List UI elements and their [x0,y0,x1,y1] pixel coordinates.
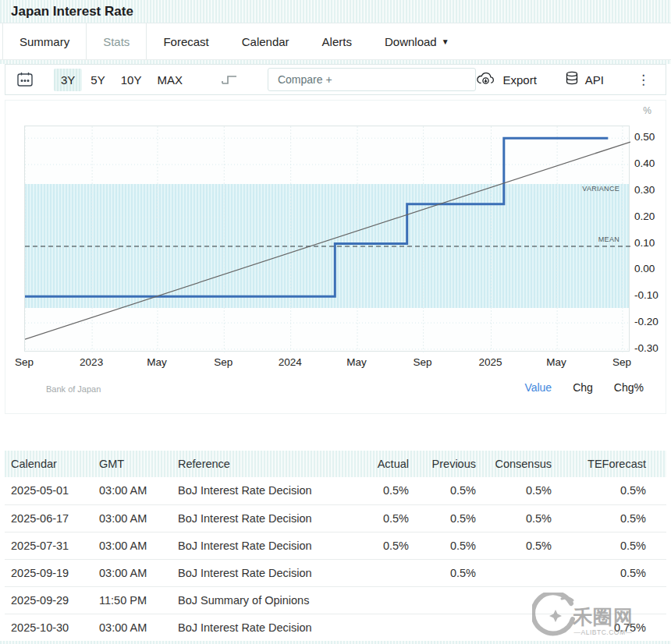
chart-source-label: Bank of Japan [46,384,101,394]
page: Japan Interest Rate Summary Stats Foreca… [0,0,671,644]
table-cell: 0.5% [412,559,479,586]
y-tick-label: -0.10 [634,289,659,301]
table-cell: 03:00 AM [93,532,172,559]
table-cell: 0.75% [555,614,666,641]
table-row[interactable]: 2025-09-1903:00 AMBoJ Interest Rate Deci… [5,559,666,586]
export-button[interactable]: Export [476,72,536,88]
table-cell: 0.5% [555,477,666,504]
tab-stats[interactable]: Stats [87,23,147,59]
table-cell: BoJ Interest Rate Decision [172,559,343,586]
x-tick-label: Sep [15,356,34,368]
table-cell [412,586,479,614]
mean-label: MEAN [598,235,620,243]
x-tick-label: 2025 [478,356,502,368]
table-cell: 0.5% [555,504,666,532]
caret-down-icon: ▼ [442,37,449,46]
tab-summary[interactable]: Summary [2,23,87,59]
table-cell: BoJ Interest Rate Decision [172,614,343,641]
chart-plot-area[interactable]: VARIANCE MEAN [24,126,630,352]
table-cell: 03:00 AM [93,477,172,504]
x-tick-label: Sep [414,356,432,368]
range-3y-button[interactable]: 3Y [54,69,82,91]
tab-download[interactable]: Download ▼ [368,23,466,59]
tab-forecast[interactable]: Forecast [147,23,225,59]
x-tick-label: 2024 [279,356,302,368]
api-button[interactable]: API [565,71,604,89]
table-row[interactable]: 2025-07-3103:00 AMBoJ Interest Rate Deci… [5,532,666,559]
calendar-table: CalendarGMTReferenceActualPreviousConsen… [5,451,666,642]
tab-bar: Summary Stats Forecast Calendar Alerts D… [0,23,671,60]
table-cell: BoJ Interest Rate Decision [172,477,343,504]
range-10y-button[interactable]: 10Y [114,69,149,91]
table-cell: 2025-09-19 [5,559,93,586]
table-header-row: CalendarGMTReferenceActualPreviousConsen… [5,451,666,477]
table-cell: 0.5% [412,504,479,532]
compare-input[interactable]: Compare + [268,68,477,91]
table-cell: 0.5% [343,532,412,559]
table-cell: 2025-06-17 [5,504,93,532]
table-row[interactable]: 2025-10-3003:00 AMBoJ Interest Rate Deci… [5,614,666,641]
table-cell [555,586,666,614]
table-cell: 03:00 AM [93,504,172,532]
column-header-consensus: Consensus [479,451,555,477]
page-header: Japan Interest Rate [0,0,671,23]
table-cell: 0.5% [343,504,412,532]
table-row[interactable]: 2025-09-2911:50 PMBoJ Summary of Opinion… [5,586,666,614]
toolbar-right-group: Export API ⋮ [476,71,655,89]
y-tick-label: -0.20 [634,316,659,327]
column-header-gmt: GMT [93,451,172,477]
chart-type-step-icon[interactable] [221,73,240,86]
table-cell: 0.5% [479,477,555,504]
y-axis-unit-label: % [643,105,651,116]
export-cloud-icon [476,72,496,88]
y-tick-label: 0.00 [634,263,655,274]
chg-pct-link[interactable]: Chg% [614,381,644,394]
table-cell: 0.5% [479,504,555,532]
table-body: 2025-05-0103:00 AMBoJ Interest Rate Deci… [5,477,666,641]
column-header-actual: Actual [343,451,412,477]
bottom-stripe [0,641,671,644]
chg-link[interactable]: Chg [573,381,593,394]
table-row[interactable]: 2025-05-0103:00 AMBoJ Interest Rate Deci… [5,477,666,504]
table-cell: 2025-07-31 [5,532,93,559]
y-tick-label: 0.50 [634,131,655,143]
table-cell: 2025-09-29 [5,586,93,614]
column-header-calendar: Calendar [5,451,93,477]
page-title: Japan Interest Rate [0,4,133,19]
table-cell: 11:50 PM [93,586,172,614]
range-max-button[interactable]: MAX [150,69,190,91]
column-header-previous: Previous [412,451,479,477]
tab-alerts[interactable]: Alerts [306,23,368,59]
table-cell [479,614,555,641]
table-cell [343,614,412,641]
table-cell [343,586,412,614]
table-cell [479,586,555,614]
table-cell [343,559,412,586]
table-cell: BoJ Interest Rate Decision [172,504,343,532]
value-link[interactable]: Value [524,381,552,394]
column-header-reference: Reference [172,451,343,477]
table-cell [412,614,479,641]
chart-toolbar: 3Y 5Y 10Y MAX Compare + Export [5,64,666,95]
table-cell: 0.5% [479,532,555,559]
table-row[interactable]: 2025-06-1703:00 AMBoJ Interest Rate Deci… [5,504,666,532]
variance-label: VARIANCE [582,185,620,193]
table-cell: 0.5% [343,477,412,504]
more-options-kebab-icon[interactable]: ⋮ [632,73,655,87]
chart-card: % VARIANCE MEAN 0.500.400.300.200.100.00… [5,100,666,414]
x-tick-label: Sep [214,356,233,368]
chart-series-svg [25,126,630,352]
calendar-table-section: CalendarGMTReferenceActualPreviousConsen… [5,451,666,642]
x-tick-label: 2023 [80,356,103,368]
y-tick-label: -0.30 [634,342,659,354]
table-cell: BoJ Interest Rate Decision [172,532,343,559]
table-cell: 0.5% [412,477,479,504]
range-5y-button[interactable]: 5Y [83,69,112,91]
y-tick-label: 0.20 [634,211,655,222]
x-tick-label: May [546,356,566,368]
table-cell [479,559,555,586]
calendar-icon[interactable] [16,72,34,87]
table-cell: 0.5% [555,532,666,559]
table-cell: 2025-05-01 [5,477,93,504]
tab-calendar[interactable]: Calendar [225,23,306,59]
